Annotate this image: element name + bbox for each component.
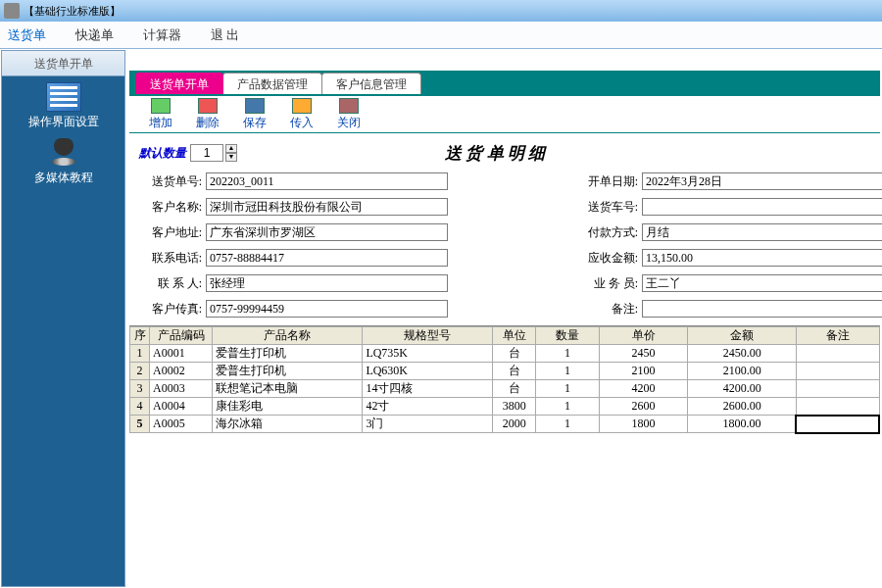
column-header[interactable]: 备注 [796, 327, 879, 345]
table-row[interactable]: 4A0004康佳彩电42寸3800126002600.00 [130, 398, 880, 416]
column-header[interactable]: 金额 [688, 327, 797, 345]
form-label: 送货单号: [139, 173, 202, 190]
toolbar-button-label: 增加 [137, 115, 184, 131]
table-cell[interactable]: 2600.00 [688, 398, 797, 416]
form-input[interactable] [642, 249, 882, 267]
form-input[interactable] [206, 172, 448, 190]
table-cell[interactable]: 台 [493, 345, 536, 363]
doc-tab[interactable]: 客户信息管理 [321, 73, 421, 94]
column-header[interactable]: 产品名称 [213, 327, 363, 345]
table-cell[interactable] [796, 363, 879, 380]
table-cell[interactable]: 4 [130, 398, 150, 416]
table-cell[interactable]: A0003 [150, 380, 213, 398]
form-input[interactable] [206, 249, 448, 267]
table-cell[interactable]: 1 [130, 345, 150, 363]
close-button[interactable]: 关闭 [325, 98, 372, 131]
table-cell[interactable]: 1 [536, 363, 599, 380]
form-input[interactable] [206, 274, 448, 292]
table-cell[interactable]: 42寸 [363, 398, 493, 416]
menu-item[interactable]: 计算器 [143, 26, 181, 44]
spinner-down-icon[interactable]: ▼ [225, 153, 237, 162]
table-cell[interactable] [796, 398, 879, 416]
table-row[interactable]: 3A0003联想笔记本电脑14寸四核台142004200.00 [130, 380, 880, 398]
default-qty-input[interactable] [190, 144, 223, 162]
sidebar-item[interactable]: 操作界面设置 [2, 76, 124, 132]
column-header[interactable]: 单位 [493, 327, 536, 345]
table-cell[interactable]: A0001 [150, 345, 213, 363]
form-input[interactable] [642, 300, 882, 318]
table-cell[interactable]: 2100.00 [688, 363, 797, 380]
menu-item[interactable]: 送货单 [8, 26, 46, 44]
table-cell[interactable]: 1800.00 [688, 416, 797, 433]
form-input[interactable] [642, 274, 882, 292]
column-header[interactable]: 单价 [599, 327, 688, 345]
table-cell[interactable]: 爱普生打印机 [213, 345, 363, 363]
del-button[interactable]: 删除 [184, 98, 231, 131]
form-input[interactable] [642, 172, 882, 190]
table-cell[interactable]: 台 [493, 380, 536, 398]
table-cell[interactable]: 5 [130, 416, 150, 433]
table-cell[interactable]: 海尔冰箱 [213, 416, 363, 433]
column-header[interactable]: 数量 [536, 327, 599, 345]
menubar: 送货单快递单计算器退 出 [0, 22, 882, 49]
add-button[interactable]: 增加 [137, 98, 184, 131]
table-cell[interactable]: 康佳彩电 [213, 398, 363, 416]
column-header[interactable]: 序 [130, 327, 150, 345]
table-cell[interactable]: A0004 [150, 398, 213, 416]
table-cell[interactable]: 2450.00 [688, 345, 797, 363]
table-row[interactable]: 1A0001爱普生打印机LQ735K台124502450.00 [130, 345, 880, 363]
sidebar: 送货单开单 操作界面设置多媒体教程 [1, 50, 125, 587]
table-cell[interactable]: 2600 [599, 398, 688, 416]
sidebar-item[interactable]: 多媒体教程 [2, 132, 124, 188]
form-label: 备注: [575, 301, 638, 318]
table-cell[interactable]: 联想笔记本电脑 [213, 380, 363, 398]
data-grid[interactable]: 序产品编码产品名称规格型号单位数量单价金额备注1A0001爱普生打印机LQ735… [129, 325, 880, 588]
table-cell[interactable]: 1 [536, 416, 599, 433]
table-cell[interactable] [796, 416, 879, 433]
table-cell[interactable]: 爱普生打印机 [213, 363, 363, 380]
toolbar: 增加删除保存传入关闭 [129, 94, 880, 133]
table-cell[interactable] [796, 380, 879, 398]
save-button[interactable]: 保存 [231, 98, 278, 131]
menu-item[interactable]: 快递单 [75, 26, 114, 44]
table-cell[interactable]: 1 [536, 380, 599, 398]
table-cell[interactable]: 1800 [599, 416, 688, 433]
column-header[interactable]: 规格型号 [363, 327, 493, 345]
doc-tab[interactable]: 产品数据管理 [222, 73, 322, 94]
spinner-up-icon[interactable]: ▲ [225, 144, 237, 153]
column-header[interactable]: 产品编码 [150, 327, 213, 345]
table-cell[interactable]: A0005 [150, 416, 213, 433]
form-input[interactable] [642, 198, 882, 216]
doc-tab[interactable]: 送货单开单 [135, 73, 223, 94]
table-cell[interactable]: 1 [536, 345, 599, 363]
table-cell[interactable]: 2000 [493, 416, 536, 433]
table-cell[interactable]: 台 [493, 363, 536, 380]
table-cell[interactable]: A0002 [150, 363, 213, 380]
table-cell[interactable]: 3门 [363, 416, 493, 433]
table-cell[interactable]: 1 [536, 398, 599, 416]
window-title: 【基础行业标准版】 [24, 4, 121, 19]
table-row[interactable]: 5A0005海尔冰箱3门2000118001800.00 [130, 416, 880, 433]
table-cell[interactable]: 2100 [599, 363, 688, 380]
table-cell[interactable]: 2450 [599, 345, 688, 363]
table-cell[interactable]: LQ735K [363, 345, 493, 363]
table-cell[interactable]: 4200.00 [688, 380, 797, 398]
table-cell[interactable] [796, 345, 879, 363]
table-row[interactable]: 2A0002爱普生打印机LQ630K台121002100.00 [130, 363, 880, 380]
table-cell[interactable]: 2 [130, 363, 150, 380]
table-cell[interactable]: 3 [130, 380, 150, 398]
table-cell[interactable]: 14寸四核 [363, 380, 493, 398]
form-input[interactable] [642, 223, 882, 241]
table-cell[interactable]: LQ630K [363, 363, 493, 380]
form-label: 联系电话: [139, 250, 202, 267]
form-input[interactable] [206, 223, 448, 241]
form-input[interactable] [206, 198, 448, 216]
table-cell[interactable]: 3800 [493, 398, 536, 416]
import-button[interactable]: 传入 [278, 98, 325, 131]
table-cell[interactable]: 4200 [599, 380, 688, 398]
form-input[interactable] [206, 300, 448, 318]
menu-item[interactable]: 退 出 [211, 26, 239, 44]
toolbar-button-label: 关闭 [325, 115, 372, 131]
form-row: 送货车号: [575, 196, 882, 218]
default-qty-spinner[interactable]: ▲ ▼ [225, 144, 237, 162]
